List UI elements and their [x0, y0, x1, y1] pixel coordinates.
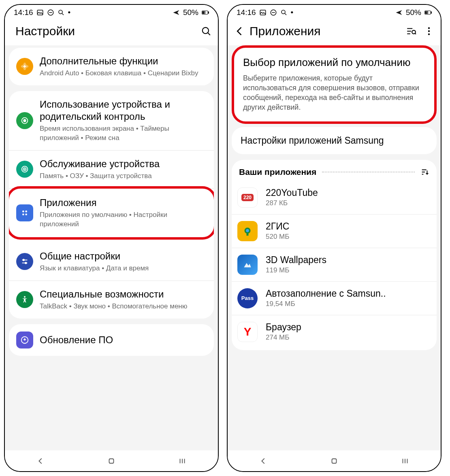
app-name: Браузер — [266, 322, 431, 333]
settings-row-apps[interactable]: Приложения Приложения по умолчанию • Нас… — [9, 189, 214, 237]
battery-icon — [424, 9, 432, 16]
shield-icon — [16, 112, 33, 129]
search-mini-icon — [58, 9, 65, 16]
svg-point-18 — [25, 213, 27, 215]
battery-icon — [202, 9, 209, 16]
nav-back-icon[interactable] — [259, 457, 268, 465]
app-name: 2ГИС — [266, 221, 431, 232]
app-row-2gis[interactable]: 2ГИС 520 МБ — [232, 215, 437, 248]
search-mini-icon — [280, 9, 288, 16]
settings-row-wellbeing[interactable]: Использование устройства и родительский … — [9, 91, 214, 151]
back-icon[interactable] — [234, 26, 245, 37]
svg-point-11 — [23, 119, 26, 122]
row-title: Дополнительные функции — [40, 55, 207, 67]
default-apps-title: Выбор приложений по умолчанию — [243, 56, 425, 69]
status-bar: 14:16 • 50% — [228, 5, 441, 19]
nav-bar — [228, 450, 441, 471]
status-time: 14:16 — [14, 8, 33, 17]
dots-divider — [322, 172, 415, 172]
svg-point-40 — [412, 30, 416, 34]
dnd-icon — [270, 9, 277, 16]
nav-home-icon[interactable] — [330, 457, 339, 465]
app-row-samsung-pass[interactable]: Pass Автозаполнение с Samsun.. 19,54 МБ — [232, 282, 437, 315]
highlight-apps: Приложения Приложения по умолчанию • Нас… — [9, 186, 214, 240]
page-header: Приложения — [228, 19, 441, 45]
settings-row-device-care[interactable]: Обслуживание устройства Память • ОЗУ • З… — [9, 151, 214, 189]
settings-row-update[interactable]: Обновление ПО — [9, 324, 214, 356]
svg-point-3 — [59, 10, 62, 14]
row-sub: Приложения по умолчанию • Настройки прил… — [40, 210, 207, 229]
app-row-browser[interactable]: Y Браузер 274 МБ — [232, 315, 437, 348]
app-size: 287 КБ — [266, 199, 431, 207]
settings-card: Обновление ПО — [9, 324, 214, 356]
dnd-icon — [47, 9, 54, 16]
app-icon — [237, 255, 258, 275]
row-title: Обновление ПО — [40, 334, 207, 346]
nav-recent-icon[interactable] — [401, 457, 409, 465]
picture-icon — [36, 9, 44, 16]
svg-rect-6 — [208, 12, 209, 13]
airplane-icon — [395, 9, 403, 16]
row-title: Использование устройства и родительский … — [40, 98, 207, 123]
download-icon — [16, 332, 33, 348]
svg-point-22 — [25, 262, 27, 264]
airplane-icon — [173, 9, 180, 16]
svg-point-42 — [428, 27, 430, 29]
svg-rect-49 — [247, 232, 249, 236]
battery-pct: 50% — [406, 8, 421, 17]
svg-line-33 — [285, 13, 286, 15]
svg-point-17 — [22, 213, 24, 215]
sliders-icon — [16, 253, 33, 270]
settings-row-general[interactable]: Общие настройки Язык и клавиатура • Дата… — [9, 243, 214, 281]
plus-icon — [16, 58, 33, 75]
samsung-app-settings-row[interactable]: Настройки приложений Samsung — [232, 127, 437, 154]
svg-point-8 — [203, 28, 209, 34]
more-icon[interactable] — [424, 26, 434, 36]
default-apps-row[interactable]: Выбор приложений по умолчанию Выберите п… — [234, 48, 434, 121]
apps-scroll[interactable]: Выбор приложений по умолчанию Выберите п… — [228, 45, 441, 450]
app-icon: 220 — [237, 187, 258, 208]
svg-rect-51 — [332, 459, 336, 463]
apps-list-card: Ваши приложения 220 220YouTube 287 КБ — [232, 160, 437, 350]
accessibility-icon — [16, 291, 33, 308]
settings-row-accessibility[interactable]: Специальные возможности TalkBack • Звук … — [9, 281, 214, 319]
page-title: Настройки — [15, 24, 194, 38]
picture-icon — [259, 9, 267, 16]
settings-scroll[interactable]: Дополнительные функции Android Auto • Бо… — [5, 45, 218, 450]
settings-row-advanced[interactable]: Дополнительные функции Android Auto • Бо… — [9, 48, 214, 85]
app-icon — [237, 221, 258, 241]
row-sub: Android Auto • Боковая клавиша • Сценари… — [40, 69, 207, 78]
svg-line-4 — [62, 13, 64, 15]
nav-home-icon[interactable] — [107, 457, 116, 465]
svg-line-41 — [415, 33, 416, 34]
app-row-3dwallpapers[interactable]: 3D Wallpapers 119 МБ — [232, 248, 437, 282]
phone-right: 14:16 • 50% Приложения Выбор приложений … — [227, 4, 441, 472]
svg-point-44 — [428, 33, 430, 35]
svg-rect-25 — [109, 459, 113, 463]
row-sub: Время использования экрана • Таймеры при… — [40, 124, 207, 143]
nav-back-icon[interactable] — [36, 457, 45, 465]
app-size: 19,54 МБ — [266, 300, 431, 308]
app-row-220youtube[interactable]: 220 220YouTube 287 КБ — [232, 181, 437, 215]
status-time: 14:16 — [237, 8, 256, 17]
nav-recent-icon[interactable] — [178, 457, 187, 465]
search-icon[interactable] — [201, 26, 211, 36]
row-title: Приложения — [40, 197, 207, 209]
sort-icon[interactable] — [420, 168, 429, 176]
row-sub: Память • ОЗУ • Защита устройства — [40, 172, 207, 181]
row-title: Общие настройки — [40, 250, 207, 262]
row-sub: Язык и клавиатура • Дата и время — [40, 264, 207, 273]
default-apps-sub: Выберите приложения, которые будут испол… — [243, 73, 425, 113]
svg-point-43 — [428, 30, 430, 32]
section-title: Ваши приложения — [239, 167, 316, 177]
phone-left: 14:16 • 50% Настройки Дополнительные фун… — [4, 4, 219, 472]
svg-point-16 — [25, 210, 27, 212]
svg-point-32 — [282, 10, 285, 14]
target-icon — [16, 161, 33, 178]
app-icon: Pass — [237, 288, 258, 308]
settings-card: Использование устройства и родительский … — [9, 91, 214, 319]
battery-pct: 50% — [183, 8, 198, 17]
apps-icon — [16, 204, 33, 221]
samsung-settings-card: Настройки приложений Samsung — [232, 127, 437, 154]
filter-search-icon[interactable] — [406, 26, 416, 36]
